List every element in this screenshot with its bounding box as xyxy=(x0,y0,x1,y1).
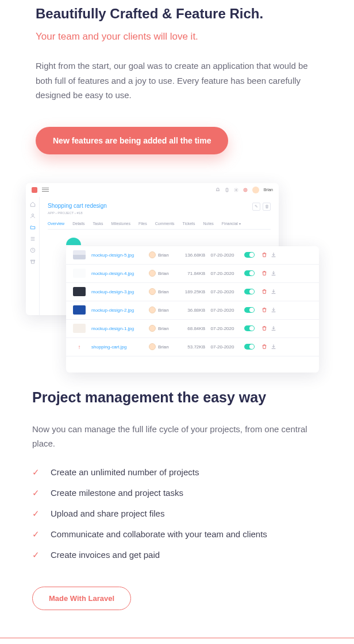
avatar xyxy=(149,251,156,258)
trash-icon xyxy=(261,289,267,294)
app-mockup: Brian ✎ 🗑 Shopping cart redesign APP › P… xyxy=(26,183,337,375)
file-uploader: Brian xyxy=(149,270,176,277)
file-name: mockup-design-1.jpg xyxy=(91,326,149,331)
table-row: shopping-cart.jpgBrian53.72KB07-20-2020 xyxy=(66,338,319,356)
check-icon: ✓ xyxy=(32,529,40,540)
svg-point-2 xyxy=(244,188,247,192)
tab-tasks: Tasks xyxy=(93,222,103,226)
list-item: ✓Create milestone and project tasks xyxy=(32,488,322,498)
file-name: mockup-design-5.jpg xyxy=(91,253,149,258)
list-item: ✓Upload and share project files xyxy=(32,509,322,519)
download-icon xyxy=(271,325,276,331)
file-thumb xyxy=(73,250,86,259)
topbar: Brian xyxy=(26,183,279,197)
check-icon: ✓ xyxy=(32,488,40,498)
download-icon xyxy=(271,307,276,313)
svg-rect-6 xyxy=(30,260,34,261)
tab-comments: Comments xyxy=(155,222,175,226)
file-size: 136.68KB xyxy=(176,253,205,258)
trash-icon xyxy=(261,270,267,276)
row-actions xyxy=(259,270,276,276)
menu-icon xyxy=(42,187,49,193)
avatar xyxy=(149,288,156,295)
user-icon xyxy=(30,213,36,219)
chart-peek xyxy=(66,238,81,245)
feature-text: Upload and share project files xyxy=(51,509,164,518)
file-toggle xyxy=(240,270,259,276)
file-size: 71.84KB xyxy=(176,271,205,276)
cta-laravel[interactable]: Made With Laravel xyxy=(32,587,131,610)
row-actions xyxy=(259,325,276,331)
file-thumb xyxy=(73,324,86,333)
bottom-divider xyxy=(0,638,354,638)
table-row: mockup-design-1.jpgBrian68.84KB07-20-202… xyxy=(66,320,319,338)
svg-rect-0 xyxy=(226,188,228,192)
file-uploader: Brian xyxy=(149,307,176,313)
file-thumb xyxy=(73,269,86,278)
file-toggle xyxy=(240,307,259,313)
download-icon xyxy=(271,252,276,258)
avatar xyxy=(252,187,259,193)
archive-icon xyxy=(30,259,36,265)
file-name: shopping-cart.jpg xyxy=(91,344,149,350)
file-size: 36.88KB xyxy=(176,308,205,313)
file-uploader: Brian xyxy=(149,325,176,332)
row-actions xyxy=(259,289,276,294)
feature-text: Create invoices and get paid xyxy=(51,550,160,560)
file-name: mockup-design-2.jpg xyxy=(91,308,149,313)
file-uploader: Brian xyxy=(149,343,176,350)
row-actions xyxy=(259,344,276,350)
tab-details: Details xyxy=(72,222,84,226)
folder-icon xyxy=(30,224,36,230)
avatar xyxy=(149,343,156,350)
row-actions xyxy=(259,252,276,258)
svg-point-4 xyxy=(32,214,33,215)
avatar xyxy=(149,270,156,277)
file-name: mockup-design-3.jpg xyxy=(91,289,149,294)
file-date: 07-20-2020 xyxy=(205,326,240,331)
file-toggle xyxy=(240,325,259,331)
files-table: mockup-design-5.jpgBrian136.68KB07-20-20… xyxy=(66,246,319,356)
file-date: 07-20-2020 xyxy=(205,344,240,350)
file-thumb xyxy=(73,342,86,351)
trash-icon xyxy=(261,325,267,331)
section2-body: Now you can manage the full life cycle o… xyxy=(32,422,322,451)
row-actions xyxy=(259,307,276,313)
file-size: 189.25KB xyxy=(176,289,205,294)
table-row: mockup-design-2.jpgBrian36.88KB07-20-202… xyxy=(66,301,319,320)
feature-list: ✓Create an unlimited number of projects✓… xyxy=(32,467,322,560)
feature-text: Create an unlimited number of projects xyxy=(51,467,199,477)
list-icon xyxy=(30,236,36,242)
file-name: mockup-design-4.jpg xyxy=(91,271,149,276)
download-icon xyxy=(271,344,276,350)
breadcrumb: APP › PROJECT › #18 xyxy=(48,211,271,215)
svg-point-1 xyxy=(236,189,237,191)
trash-icon: 🗑 xyxy=(263,203,271,211)
file-uploader: Brian xyxy=(149,251,176,258)
file-date: 07-20-2020 xyxy=(205,253,240,258)
window-front: mockup-design-5.jpgBrian136.68KB07-20-20… xyxy=(66,246,319,373)
trash-icon xyxy=(261,252,267,258)
table-row: mockup-design-5.jpgBrian136.68KB07-20-20… xyxy=(66,246,319,265)
tab-overview: Overview xyxy=(48,222,64,226)
table-row: mockup-design-4.jpgBrian71.84KB07-20-202… xyxy=(66,265,319,283)
file-size: 68.84KB xyxy=(176,326,205,331)
check-icon: ✓ xyxy=(32,509,40,519)
section2-title: Project management the easy way xyxy=(32,389,322,406)
svg-point-3 xyxy=(244,189,246,191)
gear-icon xyxy=(234,188,238,192)
tab-milestones: Milestones xyxy=(111,222,130,226)
list-item: ✓Create an unlimited number of projects xyxy=(32,467,322,478)
mobile-icon xyxy=(225,188,229,192)
file-thumb xyxy=(73,305,86,315)
sidebar xyxy=(26,197,40,315)
tab-financial: Financial xyxy=(222,222,241,226)
avatar xyxy=(149,307,156,313)
avatar xyxy=(149,325,156,332)
cta-new-features[interactable]: New features are being added all the tim… xyxy=(36,127,228,154)
header-actions: ✎ 🗑 xyxy=(252,203,271,211)
hero-subtitle: Your team and your clients will love it. xyxy=(36,31,318,42)
hero-body: Right from the start, our goal was to cr… xyxy=(36,59,318,103)
project-title: Shopping cart redesign xyxy=(48,203,271,209)
trash-icon xyxy=(261,344,267,350)
